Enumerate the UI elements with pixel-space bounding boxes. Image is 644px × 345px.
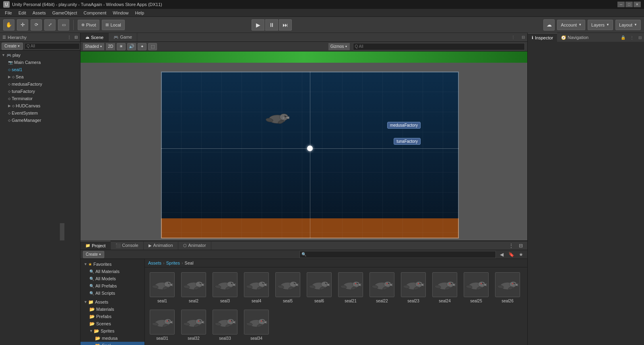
hierarchy-collapse-icon[interactable]: ⊟ [74, 35, 78, 39]
project-search-input[interactable] [299, 251, 496, 258]
tree-item-all-materials[interactable]: 🔍 All Materials [80, 268, 144, 275]
inspector-options-icon[interactable]: ⋮ [628, 33, 636, 42]
close-btn[interactable]: ✕ [634, 2, 641, 7]
cloud-btn[interactable]: ☁ [543, 19, 555, 31]
scale-tool-btn[interactable]: ⤢ [44, 19, 56, 31]
svg-point-45 [263, 283, 264, 283]
svg-point-140 [168, 320, 170, 321]
hierarchy-item-sea[interactable]: ▶ ◇ Sea [0, 73, 80, 80]
medusa-factory-label: medusaFactory [387, 122, 421, 129]
scene-panel-menu-icon[interactable]: ⋮ [507, 33, 519, 41]
breadcrumb-sprites[interactable]: Sprites [166, 261, 180, 265]
project-star-icon[interactable]: ★ [517, 251, 525, 259]
game-viewport[interactable]: medusaFactory tunaFactory [80, 51, 527, 240]
play-btn[interactable]: ▶ [252, 19, 264, 31]
tree-item-all-prefabs[interactable]: 🔍 All Prefabs [80, 282, 144, 290]
2d-btn[interactable]: 2D [106, 43, 115, 50]
tab-game[interactable]: 🎮 Game [109, 33, 137, 41]
scene-panel-collapse-icon[interactable]: ⊟ [519, 33, 527, 41]
project-options-icon[interactable]: ⋮ [507, 242, 515, 250]
tab-animation[interactable]: ▶ Animation [144, 241, 178, 250]
inspector-lock-icon[interactable]: 🔒 [618, 33, 628, 42]
asset-item-seal33[interactable]: seal33 [211, 308, 239, 342]
tree-item-favorites[interactable]: ▼ ★ Favorites [80, 261, 144, 268]
scene-search-input[interactable] [353, 43, 525, 50]
step-btn[interactable]: ⏭ [279, 19, 292, 31]
tab-navigation[interactable]: 🧭 Navigation [557, 33, 592, 42]
project-create-btn[interactable]: Create ▼ [83, 251, 104, 258]
hierarchy-item-tunafactory[interactable]: ◇ tunaFactory [0, 88, 80, 95]
rect-tool-btn[interactable]: ▭ [58, 19, 69, 31]
asset-item-seal21[interactable]: seal21 [336, 271, 365, 305]
tree-item-scenes[interactable]: 📂 Scenes [80, 320, 144, 327]
asset-item-seal22[interactable]: seal22 [368, 271, 396, 305]
asset-item-seal32[interactable]: seal32 [180, 308, 208, 342]
scene-audio-btn[interactable]: 🔊 [127, 43, 136, 50]
scene-fx-btn[interactable]: ✦ [138, 43, 147, 50]
hierarchy-create-btn[interactable]: Create ▼ [2, 43, 23, 50]
local-btn[interactable]: ⊞ Local [102, 20, 124, 30]
pivot-btn[interactable]: ⊕ Pivot [78, 20, 99, 30]
rotate-tool-btn[interactable]: ⟳ [31, 19, 42, 31]
menu-file[interactable]: File [2, 10, 15, 15]
scene-light-btn[interactable]: ☀ [117, 43, 126, 50]
hierarchy-item-gamemanager[interactable]: ◇ GameManager [0, 117, 80, 124]
account-btn[interactable]: Account ▼ [557, 20, 585, 30]
tab-inspector[interactable]: ℹ Inspector [528, 33, 557, 42]
menu-help[interactable]: Help [132, 10, 147, 15]
hierarchy-item-medusafactory[interactable]: ◇ medusaFactory [0, 80, 80, 88]
pause-btn[interactable]: ⏸ [265, 19, 278, 31]
tree-item-materials[interactable]: 📂 Materials [80, 306, 144, 313]
minimize-btn[interactable]: ─ [617, 2, 625, 7]
tab-animator[interactable]: ⬡ Animator [178, 241, 211, 250]
asset-item-seal6[interactable]: seal6 [305, 271, 333, 305]
tree-item-sprites[interactable]: ▼ 📂 Sprites [80, 327, 144, 335]
hierarchy-item-terminator[interactable]: ◇ Terminator [0, 95, 80, 102]
menu-edit[interactable]: Edit [15, 10, 29, 15]
layers-btn[interactable]: Layers ▼ [588, 20, 613, 30]
layout-btn[interactable]: Layout ▼ [615, 20, 641, 30]
hierarchy-search-input[interactable] [25, 43, 80, 49]
tab-scene[interactable]: ⛰ Scene [80, 33, 109, 41]
hierarchy-item-maincamera[interactable]: 📷 Main Camera [0, 59, 80, 66]
hierarchy-item-eventsystem[interactable]: ◇ EventSystem [0, 109, 80, 117]
tree-item-prefabs[interactable]: 📂 Prefabs [80, 313, 144, 320]
menu-assets[interactable]: Assets [29, 10, 49, 15]
asset-item-seal4[interactable]: seal4 [242, 271, 270, 305]
asset-item-seal2[interactable]: seal2 [180, 271, 208, 305]
asset-item-seal5[interactable]: seal5 [274, 271, 302, 305]
asset-item-seal3[interactable]: seal3 [211, 271, 239, 305]
asset-item-seal1[interactable]: seal1 [148, 271, 176, 305]
asset-item-seal34[interactable]: seal34 [242, 308, 270, 342]
scene-sky-btn[interactable]: ⬚ [148, 43, 157, 50]
tab-console[interactable]: ⬛ Console [111, 241, 143, 250]
hierarchy-item-play[interactable]: ▼ 🎮 play [0, 51, 80, 59]
menu-component[interactable]: Component [80, 10, 109, 15]
project-bookmark-icon[interactable]: 🔖 [507, 251, 515, 259]
project-collapse-icon[interactable]: ⊟ [517, 242, 525, 250]
asset-item-seal26[interactable]: seal26 [493, 271, 522, 305]
hierarchy-options-icon[interactable]: ⋮ [67, 35, 71, 39]
breadcrumb-assets[interactable]: Assets [148, 261, 161, 265]
inspector-collapse-icon[interactable]: ⊟ [636, 33, 644, 42]
asset-item-seal25[interactable]: seal25 [462, 271, 490, 305]
hierarchy-item-seal1[interactable]: ◇ seal1 [0, 66, 80, 73]
tree-item-medusa[interactable]: 📂 medusa [80, 335, 144, 342]
asset-item-seal23[interactable]: seal23 [399, 271, 427, 305]
tree-item-seal[interactable]: 📂 Seal [80, 342, 144, 345]
maximize-btn[interactable]: □ [625, 2, 633, 7]
hierarchy-item-hudcanvas[interactable]: ▶ ◇ HUDCanvas [0, 102, 80, 109]
menu-window[interactable]: Window [109, 10, 132, 15]
shaded-dropdown[interactable]: Shaded ▼ [83, 43, 104, 50]
tab-project[interactable]: 📁 Project [80, 241, 111, 250]
move-tool-btn[interactable]: ✛ [17, 19, 28, 31]
tree-item-all-models[interactable]: 🔍 All Models [80, 275, 144, 282]
tree-item-all-scripts[interactable]: 🔍 All Scripts [80, 290, 144, 297]
asset-item-seal24[interactable]: seal24 [431, 271, 459, 305]
hand-tool-btn[interactable]: ✋ [3, 19, 14, 31]
menu-gameobject[interactable]: GameObject [49, 10, 80, 15]
tree-item-assets[interactable]: ▼ 📁 Assets [80, 298, 144, 306]
project-nav-back-icon[interactable]: ◀ [497, 251, 506, 259]
gizmos-dropdown[interactable]: Gizmos ▼ [328, 43, 350, 50]
asset-item-seal31[interactable]: seal31 [148, 308, 176, 342]
